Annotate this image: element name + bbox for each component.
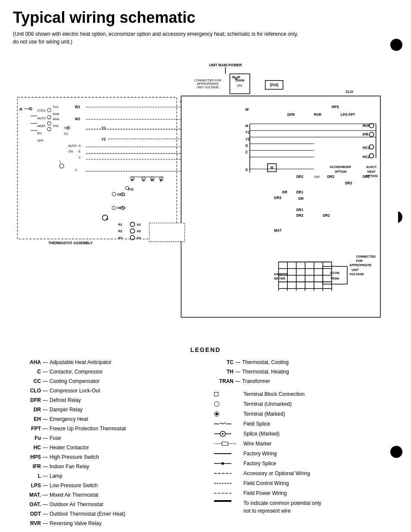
- wire-marker-symbol: [214, 440, 240, 447]
- terminal-marked-symbol: [214, 411, 240, 417]
- svg-text:DFR: DFR: [287, 113, 295, 117]
- svg-text:OPTION: OPTION: [335, 170, 347, 174]
- list-item: Wire Marker: [214, 440, 389, 448]
- svg-point-40: [68, 128, 68, 128]
- svg-text:DR2: DR2: [296, 175, 304, 179]
- svg-text:APPROPRIATE: APPROPRIATE: [349, 263, 372, 267]
- splice-marked-symbol: [214, 430, 240, 437]
- schematic-svg: UNIT MAIN POWER CONNECTED FOR APPROPRIAT…: [13, 53, 398, 338]
- legend-key: CLO: [22, 387, 41, 395]
- legend-col-left: AHA — Adjustable Heat Anticipator C — Co…: [22, 358, 197, 529]
- svg-text:G: G: [245, 144, 248, 148]
- svg-text:DR2: DR2: [323, 214, 330, 218]
- svg-text:UNIT VOLTAGE: UNIT VOLTAGE: [196, 85, 219, 89]
- svg-text:C: C: [245, 150, 248, 154]
- field-control-symbol: [214, 480, 240, 487]
- list-item: CC — Cooling Compensator: [22, 377, 197, 385]
- svg-text:H2: H2: [137, 229, 141, 233]
- terminal-unmarked-symbol: [214, 401, 240, 407]
- list-item: HPS — High Pressure Switch: [22, 453, 197, 461]
- svg-text:HPS: HPS: [332, 105, 339, 109]
- svg-text:DR1: DR1: [296, 208, 304, 212]
- list-item: LPS — Low Pressure Switch: [22, 482, 197, 489]
- svg-text:24V: 24V: [237, 84, 243, 87]
- legend-key: Fu: [22, 434, 41, 442]
- svg-text:THERMOSTAT ASSEMBLY: THERMOSTAT ASSEMBLY: [48, 241, 93, 245]
- svg-text:TH2: TH2: [53, 124, 59, 128]
- legend-key: FPT: [22, 425, 41, 432]
- terminal-block-symbol: [214, 392, 240, 396]
- legend-title: LEGEND: [22, 346, 389, 353]
- svg-text:AHA: AHA: [53, 117, 59, 121]
- svg-text:W: W: [245, 108, 249, 112]
- factory-splice-symbol: [214, 460, 240, 467]
- svg-text:W1: W1: [75, 105, 81, 109]
- list-item: Terminal (Marked): [214, 410, 389, 418]
- list-item: Factory Wiring: [214, 450, 389, 457]
- list-item: Field Control Wiring: [214, 479, 389, 487]
- list-item: Field Power Wiring: [214, 489, 389, 497]
- svg-text:MOTER: MOTER: [274, 277, 286, 280]
- list-item: L — Lamp: [22, 472, 197, 480]
- svg-text:R3: R3: [118, 236, 122, 240]
- field-power-symbol: [214, 490, 240, 497]
- list-item: Factory Splice: [214, 460, 389, 467]
- svg-text:VOLTAGE: VOLTAGE: [349, 272, 364, 276]
- svg-text:C: C: [78, 156, 81, 159]
- svg-text:DR1: DR1: [363, 175, 370, 179]
- list-item: C — Contactor, Compressor: [22, 368, 197, 376]
- svg-point-172: [221, 462, 224, 465]
- svg-text:UNIT: UNIT: [352, 268, 359, 272]
- legend-key: TH: [214, 368, 234, 376]
- svg-text:R: R: [19, 108, 22, 112]
- accessory-wiring-symbol: [214, 470, 240, 477]
- circle-open-icon: [214, 401, 219, 407]
- svg-text:FOR: FOR: [356, 259, 363, 263]
- svg-text:AUTO: AUTO: [37, 116, 46, 120]
- list-item: TH — Thermostat, Heating: [214, 368, 389, 376]
- list-item: TC — Thermostat, Cooling: [214, 358, 389, 366]
- list-item: EH — Emergency Heat: [22, 415, 197, 423]
- field-splice-icon: [214, 420, 231, 427]
- accessory-wiring-icon: [214, 470, 231, 477]
- list-item: To indicate common potential onlynot to …: [214, 499, 389, 515]
- list-item: CLO — Compressor Lock-Out: [22, 387, 197, 395]
- svg-text:HC1: HC1: [363, 146, 370, 150]
- svg-text:CLO: CLO: [346, 90, 353, 94]
- svg-text:OAT.: OAT.: [314, 175, 321, 179]
- list-item: Terminal (Unmarked): [214, 400, 389, 408]
- svg-text:MAT: MAT: [274, 229, 281, 233]
- svg-text:IFR: IFR: [363, 133, 368, 137]
- legend-key: DR: [22, 406, 41, 414]
- list-item: HC — Heater Contactor: [22, 444, 197, 451]
- list-item: TRAN — Transformer: [214, 377, 389, 385]
- legend-key: CC: [22, 377, 41, 385]
- wire-marker-icon: [214, 440, 236, 447]
- svg-text:I4: I4: [245, 124, 248, 128]
- legend-key: TC: [214, 358, 234, 366]
- svg-text:DR: DR: [299, 197, 304, 201]
- svg-text:DR3: DR3: [274, 196, 281, 200]
- list-item-oat: OAT. — Outdoor Air Thermostat: [22, 501, 197, 508]
- svg-text:OFF: OFF: [37, 139, 44, 143]
- field-control-icon: [214, 480, 231, 487]
- page-title: Typical wiring schematic: [13, 9, 398, 27]
- svg-point-17: [30, 109, 31, 109]
- square-icon: [214, 392, 218, 396]
- svg-text:AUTO: AUTO: [68, 144, 77, 148]
- legend-key: TRAN: [214, 377, 234, 385]
- svg-text:DR2: DR2: [327, 175, 335, 179]
- legend-key: IFR: [22, 463, 41, 470]
- common-potential-symbol: [214, 499, 240, 502]
- legend-key: HC: [22, 444, 41, 451]
- svg-text:TH1: TH1: [53, 105, 59, 109]
- svg-text:DR: DR: [282, 190, 287, 194]
- svg-text:Y2: Y2: [245, 137, 249, 141]
- svg-text:X: X: [75, 168, 77, 172]
- list-item: Accessory or Optional Wiring: [214, 470, 389, 477]
- svg-text:ON: ON: [68, 149, 73, 153]
- svg-text:Y2: Y2: [102, 137, 106, 141]
- legend-key: OAT.: [22, 501, 41, 508]
- svg-text:L: L: [59, 159, 61, 163]
- black-circle-top: [390, 39, 402, 51]
